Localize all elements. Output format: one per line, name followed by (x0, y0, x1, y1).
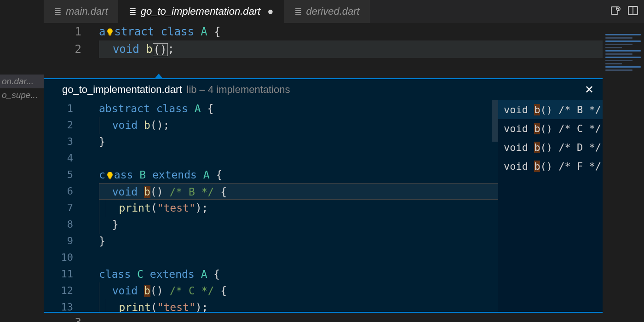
svg-rect-4 (109, 35, 111, 36)
code-line[interactable]: astract class A { (99, 23, 644, 40)
code-line[interactable]: print("test"); (99, 299, 498, 312)
line-number: 9 (44, 233, 86, 249)
editor[interactable]: 12 astract class A { void b(); go_to_imp… (44, 23, 644, 322)
close-icon[interactable]: ✕ (585, 83, 594, 96)
peek-reference[interactable]: void b() /* D */ { (498, 138, 603, 157)
peek-editor[interactable]: 12345678910111213 abstract class A { voi… (44, 100, 498, 312)
peek-references: void b() /* B */ {void b() /* C */ {void… (498, 100, 603, 312)
code-line[interactable] (99, 150, 498, 167)
line-number: 2 (44, 117, 86, 133)
code-line[interactable]: void b() /* C */ { (99, 282, 498, 299)
line-number: 4 (44, 150, 86, 167)
tab-bar: ≣ main.dart ≣ go_to_implementation.dart … (44, 0, 644, 23)
peek-panel: go_to_implementation.dart lib – 4 implem… (44, 78, 603, 313)
line-number: 6 (44, 183, 86, 200)
code-line[interactable]: } (99, 314, 145, 322)
peek-context: lib – 4 implementations (187, 84, 290, 96)
line-number: 12 (44, 282, 86, 299)
peek-reference[interactable]: void b() /* F */ { (498, 157, 603, 176)
tab-derived-dart[interactable]: ≣ derived.dart (284, 0, 370, 23)
peek-header: go_to_implementation.dart lib – 4 implem… (44, 79, 603, 100)
code-line[interactable] (99, 249, 498, 266)
line-number: 10 (44, 249, 86, 266)
tab-label: derived.dart (306, 6, 360, 17)
file-icon: ≣ (294, 6, 302, 17)
tab-dirty-indicator[interactable]: ● (267, 6, 273, 17)
code-line[interactable]: void b(); (99, 40, 644, 58)
code-line[interactable]: } (99, 233, 498, 249)
line-number: 5 (44, 167, 86, 183)
code-line[interactable]: } (99, 216, 498, 233)
code-line[interactable]: void b() /* B */ { (99, 183, 498, 200)
peek-reference[interactable]: void b() /* B */ { (498, 100, 603, 119)
peek-filename: go_to_implementation.dart (62, 84, 182, 96)
svg-rect-5 (109, 178, 111, 179)
line-number: 8 (44, 216, 86, 233)
line-number: 11 (44, 266, 86, 282)
line-number: 2 (44, 40, 99, 58)
line-number: 3 (44, 133, 86, 150)
code-line[interactable]: abstract class A { (99, 100, 498, 117)
tab-main-dart[interactable]: ≣ main.dart (44, 0, 119, 23)
split-editor-icon[interactable] (627, 5, 638, 18)
line-number: 7 (44, 200, 86, 216)
line-number: 1 (44, 23, 99, 40)
explorer-sidebar: on.dar... o_supe... (0, 0, 44, 322)
peek-reference[interactable]: void b() /* C */ { (498, 119, 603, 138)
file-icon: ≣ (129, 6, 137, 17)
code-line[interactable]: print("test"); (99, 200, 498, 216)
tab-label: main.dart (66, 6, 108, 17)
tab-go-to-implementation[interactable]: ≣ go_to_implementation.dart ● (119, 0, 284, 23)
code-line[interactable]: class C extends A { (99, 266, 498, 282)
gutter: 3 (44, 314, 99, 322)
peek-scrollbar[interactable] (492, 100, 498, 142)
code-line[interactable]: void b(); (99, 117, 498, 133)
tab-label: go_to_implementation.dart (141, 6, 261, 17)
line-number: 1 (44, 100, 86, 117)
line-number: 13 (44, 299, 86, 312)
code-line[interactable]: } (99, 133, 498, 150)
file-icon: ≣ (54, 6, 62, 17)
explorer-item[interactable]: o_supe... (0, 88, 44, 102)
minimap[interactable] (603, 23, 644, 317)
explorer-item[interactable]: on.dar... (0, 75, 44, 88)
code-line[interactable]: cass B extends A { (99, 167, 498, 183)
open-changes-icon[interactable] (610, 5, 621, 18)
